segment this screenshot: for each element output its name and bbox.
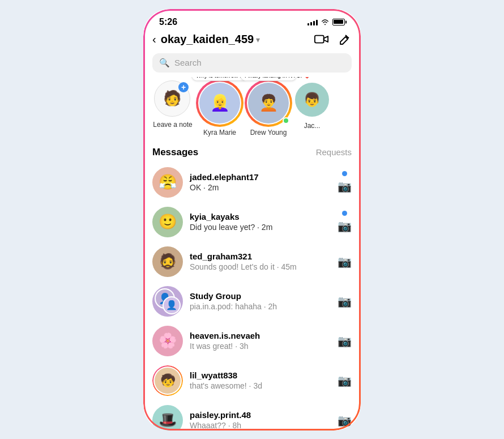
msg-username-study: Study Group — [190, 291, 331, 301]
msg-right-paisley: 📷 — [338, 414, 352, 427]
message-item-paisley-print-48[interactable]: 🎩 paisley.print.48 Whaaat?? · 8h 📷 — [143, 400, 361, 431]
story-item-jac[interactable]: 👦 Jac... — [293, 80, 331, 137]
status-bar: 5:26 — [143, 9, 361, 29]
story-name-add-note: Leave a note — [153, 121, 192, 129]
msg-username-wyatt: lil_wyatt838 — [190, 370, 331, 380]
story-name-drew: Drew Young — [250, 129, 287, 137]
camera-icon-kyia: 📷 — [338, 219, 352, 233]
msg-right-jaded: 📷 — [338, 171, 352, 193]
msg-avatar-kyia: 🙂 — [152, 207, 183, 237]
msg-right-study: 📷 — [338, 295, 352, 308]
drew-avatar: 🧑‍🦱 — [248, 83, 289, 123]
search-icon: 🔍 — [159, 58, 170, 68]
chevron-down-icon: ▾ — [256, 35, 260, 44]
msg-right-heaven: 📷 — [338, 334, 352, 348]
message-item-kyia-kayaks[interactable]: 🙂 kyia_kayaks Did you leave yet? · 2m 📷 — [143, 202, 361, 242]
msg-username-paisley: paisley.print.48 — [190, 410, 331, 420]
msg-preview-kyia: Did you leave yet? · 2m — [190, 223, 331, 232]
messages-header: Messages Requests — [143, 143, 361, 163]
msg-content-heaven: heaven.is.nevaeh It was great! · 3h — [190, 331, 331, 351]
msg-preview-jaded: OK · 2m — [190, 183, 331, 192]
msg-avatar-jaded: 😤 — [152, 167, 183, 198]
msg-username-kyia: kyia_kayaks — [190, 212, 331, 221]
msg-username-jaded: jaded.elephant17 — [190, 172, 331, 182]
msg-content-wyatt: lil_wyatt838 that's awesome! · 3d — [190, 370, 331, 390]
username-text: okay_kaiden_459 — [161, 33, 254, 46]
status-time: 5:26 — [159, 17, 177, 27]
requests-link[interactable]: Requests — [316, 147, 352, 157]
online-indicator-drew — [283, 117, 289, 124]
msg-username-ted: ted_graham321 — [190, 252, 331, 261]
camera-icon-paisley: 📷 — [338, 414, 352, 427]
unread-dot-jaded — [342, 171, 347, 176]
story-item-drew[interactable]: Finally landing in NYC! ❤️ 🧑‍🦱 Drew Youn… — [244, 80, 293, 137]
status-icons — [307, 19, 345, 25]
story-name-jac: Jac... — [304, 122, 321, 130]
msg-content-ted: ted_graham321 Sounds good! Let's do it ·… — [190, 252, 331, 271]
msg-username-heaven: heaven.is.nevaeh — [190, 331, 331, 340]
msg-right-wyatt: 📷 — [338, 374, 352, 387]
msg-content-paisley: paisley.print.48 Whaaat?? · 8h — [190, 410, 331, 430]
camera-icon-study: 📷 — [338, 295, 352, 308]
search-bar[interactable]: 🔍 Search — [152, 53, 352, 73]
camera-icon-jaded: 📷 — [338, 180, 352, 193]
message-list: 😤 jaded.elephant17 OK · 2m 📷 🙂 kyia_kaya… — [143, 163, 361, 431]
search-bar-container: 🔍 Search — [143, 51, 361, 77]
message-item-jaded-elephant17[interactable]: 😤 jaded.elephant17 OK · 2m 📷 — [143, 163, 361, 202]
jac-avatar: 👦 — [295, 83, 329, 117]
msg-preview-heaven: It was great! · 3h — [190, 342, 331, 351]
msg-avatar-study: 👤 👤 — [152, 286, 183, 317]
kyra-avatar: 👱‍♀️ — [199, 83, 240, 123]
search-input-placeholder: Search — [174, 58, 202, 67]
message-item-lil-wyatt838[interactable]: 🧒 lil_wyatt838 that's awesome! · 3d 📷 — [143, 361, 361, 400]
stories-row: + 🧑 Leave a note Why is tomorrow Monday!… — [143, 77, 361, 143]
msg-preview-wyatt: that's awesome! · 3d — [190, 381, 331, 390]
msg-avatar-wyatt: 🧒 — [152, 365, 183, 396]
nav-icons — [314, 33, 352, 46]
camera-icon-heaven: 📷 — [338, 334, 352, 348]
story-name-kyra: Kyra Marie — [203, 129, 236, 137]
msg-preview-study: pia.in.a.pod: hahaha · 2h — [190, 302, 331, 311]
signal-bars-icon — [307, 19, 318, 25]
add-note-avatar: + 🧑 — [154, 80, 190, 117]
msg-avatar-ted: 🧔 — [152, 246, 183, 277]
messages-title: Messages — [152, 147, 198, 158]
story-item-kyra[interactable]: Why is tomorrow Monday!? 😄 👱‍♀️ Kyra Mar… — [195, 80, 244, 137]
msg-right-ted: 📷 — [338, 255, 352, 268]
video-call-icon[interactable] — [314, 33, 329, 46]
message-item-heaven-is-nevaeh[interactable]: 🌸 heaven.is.nevaeh It was great! · 3h 📷 — [143, 321, 361, 361]
top-nav: ‹ okay_kaiden_459 ▾ — [143, 29, 361, 51]
message-item-ted-graham321[interactable]: 🧔 ted_graham321 Sounds good! Let's do it… — [143, 242, 361, 282]
msg-content-kyia: kyia_kayaks Did you leave yet? · 2m — [190, 212, 331, 232]
message-item-study-group[interactable]: 👤 👤 Study Group pia.in.a.pod: hahaha · 2… — [143, 282, 361, 321]
camera-icon-wyatt: 📷 — [338, 374, 352, 387]
back-button[interactable]: ‹ — [152, 33, 156, 46]
msg-avatar-heaven: 🌸 — [152, 326, 183, 356]
msg-right-kyia: 📷 — [338, 211, 352, 233]
msg-content-jaded: jaded.elephant17 OK · 2m — [190, 172, 331, 192]
msg-preview-paisley: Whaaat?? · 8h — [190, 421, 331, 430]
story-note-kyra: Why is tomorrow Monday!? 😄 — [191, 77, 248, 81]
username-row[interactable]: okay_kaiden_459 ▾ — [161, 33, 310, 46]
msg-preview-ted: Sounds good! Let's do it · 45m — [190, 262, 331, 271]
unread-dot-kyia — [342, 211, 347, 216]
compose-icon[interactable] — [338, 33, 352, 46]
msg-content-study: Study Group pia.in.a.pod: hahaha · 2h — [190, 291, 331, 311]
add-note-plus: + — [178, 82, 189, 92]
battery-icon — [332, 19, 345, 25]
wifi-icon — [321, 19, 330, 25]
camera-icon-ted: 📷 — [338, 255, 352, 268]
story-note-drew: Finally landing in NYC! ❤️ — [240, 77, 297, 81]
svg-rect-0 — [315, 35, 324, 42]
story-item-add-note[interactable]: + 🧑 Leave a note — [150, 80, 195, 137]
msg-avatar-paisley: 🎩 — [152, 405, 183, 431]
